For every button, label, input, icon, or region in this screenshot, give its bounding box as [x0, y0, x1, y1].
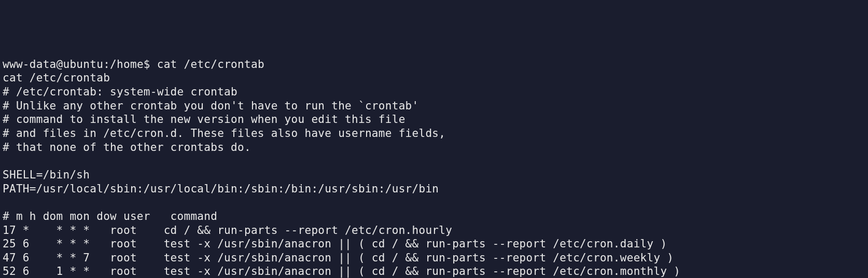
output-line: 52 6 1 * * root test -x /usr/sbin/anacro…: [3, 265, 680, 277]
prompt-separator: :: [103, 58, 110, 71]
output-line: 17 * * * * root cd / && run-parts --repo…: [3, 224, 452, 237]
output-line: SHELL=/bin/sh: [3, 169, 90, 181]
prompt-symbol: $: [144, 58, 150, 71]
command-text: cat /etc/crontab: [157, 58, 264, 71]
output-line: # /etc/crontab: system-wide crontab: [3, 86, 237, 98]
output-line: # m h dom mon dow user command: [3, 210, 217, 223]
terminal-output[interactable]: www-data@ubuntu:/home$ cat /etc/crontab …: [3, 58, 865, 278]
prompt-path: /home: [110, 58, 144, 71]
output-line: # command to install the new version whe…: [3, 113, 405, 126]
output-line: PATH=/usr/local/sbin:/usr/local/bin:/sbi…: [3, 183, 439, 195]
output-line: 25 6 * * * root test -x /usr/sbin/anacro…: [3, 238, 667, 250]
output-line: # Unlike any other crontab you don't hav…: [3, 100, 418, 112]
output-line: 47 6 * * 7 root test -x /usr/sbin/anacro…: [3, 252, 674, 264]
output-line: # and files in /etc/cron.d. These files …: [3, 127, 445, 140]
output-line: cat /etc/crontab: [3, 72, 110, 84]
prompt-user-host: www-data@ubuntu: [3, 58, 103, 71]
prompt-line-1: www-data@ubuntu:/home$ cat /etc/crontab: [3, 58, 264, 71]
output-line: # that none of the other crontabs do.: [3, 141, 251, 154]
